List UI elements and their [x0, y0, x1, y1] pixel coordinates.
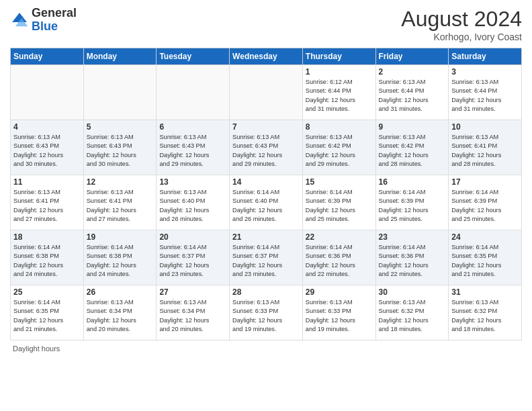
- day-number: 3: [451, 67, 519, 77]
- day-info: Sunrise: 6:14 AM Sunset: 6:38 PM Dayligh…: [87, 243, 154, 279]
- day-info: Sunrise: 6:14 AM Sunset: 6:38 PM Dayligh…: [13, 243, 81, 279]
- day-info: Sunrise: 6:14 AM Sunset: 6:36 PM Dayligh…: [306, 243, 373, 279]
- footer: Daylight hours: [10, 345, 522, 353]
- day-info: Sunrise: 6:13 AM Sunset: 6:34 PM Dayligh…: [159, 298, 226, 334]
- day-number: 12: [87, 177, 154, 187]
- calendar-week-row: 25Sunrise: 6:14 AM Sunset: 6:35 PM Dayli…: [11, 285, 522, 340]
- col-friday: Friday: [375, 48, 449, 65]
- table-row: 4Sunrise: 6:13 AM Sunset: 6:43 PM Daylig…: [11, 120, 84, 175]
- calendar-week-row: 11Sunrise: 6:13 AM Sunset: 6:41 PM Dayli…: [11, 175, 522, 230]
- day-number: 31: [451, 287, 519, 297]
- svg-marker-0: [12, 13, 27, 22]
- table-row: 29Sunrise: 6:13 AM Sunset: 6:33 PM Dayli…: [302, 285, 375, 340]
- day-number: 22: [306, 232, 373, 242]
- table-row: 30Sunrise: 6:13 AM Sunset: 6:32 PM Dayli…: [375, 285, 449, 340]
- day-info: Sunrise: 6:14 AM Sunset: 6:36 PM Dayligh…: [379, 243, 446, 279]
- day-info: Sunrise: 6:13 AM Sunset: 6:41 PM Dayligh…: [451, 133, 519, 169]
- table-row: 25Sunrise: 6:14 AM Sunset: 6:35 PM Dayli…: [11, 285, 84, 340]
- table-row: [157, 65, 230, 120]
- table-row: 17Sunrise: 6:14 AM Sunset: 6:39 PM Dayli…: [449, 175, 522, 230]
- col-thursday: Thursday: [302, 48, 375, 65]
- location: Korhogo, Ivory Coast: [401, 32, 522, 42]
- day-number: 20: [159, 232, 226, 242]
- day-number: 10: [451, 122, 519, 132]
- day-info: Sunrise: 6:13 AM Sunset: 6:34 PM Dayligh…: [87, 298, 154, 334]
- day-number: 2: [379, 67, 446, 77]
- day-info: Sunrise: 6:13 AM Sunset: 6:33 PM Dayligh…: [232, 298, 300, 334]
- table-row: 23Sunrise: 6:14 AM Sunset: 6:36 PM Dayli…: [375, 230, 449, 285]
- table-row: 3Sunrise: 6:13 AM Sunset: 6:44 PM Daylig…: [449, 65, 522, 120]
- table-row: 5Sunrise: 6:13 AM Sunset: 6:43 PM Daylig…: [83, 120, 157, 175]
- table-row: 22Sunrise: 6:14 AM Sunset: 6:36 PM Dayli…: [302, 230, 375, 285]
- table-row: 19Sunrise: 6:14 AM Sunset: 6:38 PM Dayli…: [83, 230, 157, 285]
- table-row: 27Sunrise: 6:13 AM Sunset: 6:34 PM Dayli…: [157, 285, 230, 340]
- calendar-week-row: 4Sunrise: 6:13 AM Sunset: 6:43 PM Daylig…: [11, 120, 522, 175]
- day-info: Sunrise: 6:14 AM Sunset: 6:35 PM Dayligh…: [451, 243, 519, 279]
- day-number: 28: [232, 287, 300, 297]
- day-number: 5: [87, 122, 154, 132]
- table-row: 6Sunrise: 6:13 AM Sunset: 6:43 PM Daylig…: [157, 120, 230, 175]
- table-row: [83, 65, 157, 120]
- day-info: Sunrise: 6:14 AM Sunset: 6:37 PM Dayligh…: [159, 243, 226, 279]
- table-row: 7Sunrise: 6:13 AM Sunset: 6:43 PM Daylig…: [230, 120, 303, 175]
- logo-general: General: [32, 6, 77, 19]
- calendar-table: Sunday Monday Tuesday Wednesday Thursday…: [10, 48, 522, 340]
- day-info: Sunrise: 6:14 AM Sunset: 6:39 PM Dayligh…: [451, 188, 519, 224]
- day-info: Sunrise: 6:13 AM Sunset: 6:33 PM Dayligh…: [306, 298, 373, 334]
- table-row: 15Sunrise: 6:14 AM Sunset: 6:39 PM Dayli…: [302, 175, 375, 230]
- day-info: Sunrise: 6:13 AM Sunset: 6:32 PM Dayligh…: [451, 298, 519, 334]
- logo-icon: [10, 11, 29, 30]
- day-info: Sunrise: 6:14 AM Sunset: 6:37 PM Dayligh…: [232, 243, 300, 279]
- logo: General Blue: [10, 7, 77, 34]
- table-row: 8Sunrise: 6:13 AM Sunset: 6:42 PM Daylig…: [302, 120, 375, 175]
- table-row: 16Sunrise: 6:14 AM Sunset: 6:39 PM Dayli…: [375, 175, 449, 230]
- month-year: August 2024: [401, 7, 522, 32]
- title-block: August 2024 Korhogo, Ivory Coast: [401, 7, 522, 42]
- day-info: Sunrise: 6:13 AM Sunset: 6:43 PM Dayligh…: [159, 133, 226, 169]
- day-info: Sunrise: 6:14 AM Sunset: 6:40 PM Dayligh…: [232, 188, 300, 224]
- day-number: 24: [451, 232, 519, 242]
- day-number: 14: [232, 177, 300, 187]
- day-number: 29: [306, 287, 373, 297]
- table-row: 31Sunrise: 6:13 AM Sunset: 6:32 PM Dayli…: [449, 285, 522, 340]
- table-row: 2Sunrise: 6:13 AM Sunset: 6:44 PM Daylig…: [375, 65, 449, 120]
- col-saturday: Saturday: [449, 48, 522, 65]
- calendar-week-row: 18Sunrise: 6:14 AM Sunset: 6:38 PM Dayli…: [11, 230, 522, 285]
- day-info: Sunrise: 6:13 AM Sunset: 6:41 PM Dayligh…: [87, 188, 154, 224]
- day-info: Sunrise: 6:13 AM Sunset: 6:43 PM Dayligh…: [13, 133, 81, 169]
- day-number: 11: [13, 177, 81, 187]
- day-number: 23: [379, 232, 446, 242]
- day-number: 4: [13, 122, 81, 132]
- table-row: 9Sunrise: 6:13 AM Sunset: 6:42 PM Daylig…: [375, 120, 449, 175]
- day-info: Sunrise: 6:13 AM Sunset: 6:32 PM Dayligh…: [379, 298, 446, 334]
- table-row: 26Sunrise: 6:13 AM Sunset: 6:34 PM Dayli…: [83, 285, 157, 340]
- calendar-header-row: Sunday Monday Tuesday Wednesday Thursday…: [11, 48, 522, 65]
- table-row: [230, 65, 303, 120]
- col-monday: Monday: [83, 48, 157, 65]
- day-number: 18: [13, 232, 81, 242]
- day-number: 6: [159, 122, 226, 132]
- table-row: 20Sunrise: 6:14 AM Sunset: 6:37 PM Dayli…: [157, 230, 230, 285]
- day-number: 13: [159, 177, 226, 187]
- day-number: 17: [451, 177, 519, 187]
- day-info: Sunrise: 6:13 AM Sunset: 6:43 PM Dayligh…: [232, 133, 300, 169]
- logo-text: General Blue: [32, 7, 77, 34]
- day-info: Sunrise: 6:14 AM Sunset: 6:35 PM Dayligh…: [13, 298, 81, 334]
- day-info: Sunrise: 6:13 AM Sunset: 6:41 PM Dayligh…: [13, 188, 81, 224]
- day-number: 30: [379, 287, 446, 297]
- day-number: 25: [13, 287, 81, 297]
- day-info: Sunrise: 6:13 AM Sunset: 6:42 PM Dayligh…: [306, 133, 373, 169]
- day-info: Sunrise: 6:13 AM Sunset: 6:44 PM Dayligh…: [379, 78, 446, 113]
- col-tuesday: Tuesday: [157, 48, 230, 65]
- table-row: 1Sunrise: 6:12 AM Sunset: 6:44 PM Daylig…: [302, 65, 375, 120]
- table-row: 13Sunrise: 6:13 AM Sunset: 6:40 PM Dayli…: [157, 175, 230, 230]
- day-number: 21: [232, 232, 300, 242]
- day-number: 16: [379, 177, 446, 187]
- table-row: 24Sunrise: 6:14 AM Sunset: 6:35 PM Dayli…: [449, 230, 522, 285]
- col-sunday: Sunday: [11, 48, 84, 65]
- table-row: 12Sunrise: 6:13 AM Sunset: 6:41 PM Dayli…: [83, 175, 157, 230]
- day-info: Sunrise: 6:13 AM Sunset: 6:44 PM Dayligh…: [451, 78, 519, 113]
- table-row: 10Sunrise: 6:13 AM Sunset: 6:41 PM Dayli…: [449, 120, 522, 175]
- day-info: Sunrise: 6:13 AM Sunset: 6:40 PM Dayligh…: [159, 188, 226, 224]
- table-row: 11Sunrise: 6:13 AM Sunset: 6:41 PM Dayli…: [11, 175, 84, 230]
